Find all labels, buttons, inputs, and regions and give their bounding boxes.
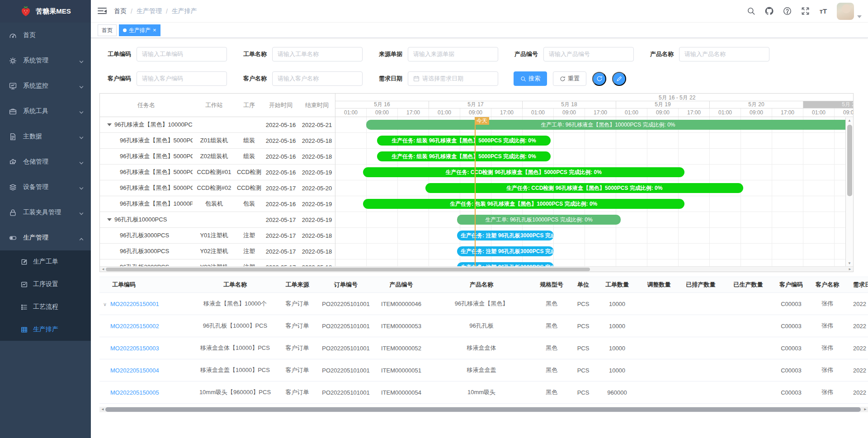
gantt-task-bar[interactable]: 生产任务: CCD检测 96孔移液盒【黑色】5000PCS 完成比例: 0% [363, 167, 684, 177]
gantt-task-row[interactable]: 96孔孔板10000PCS2022-05-172022-05-19 [100, 212, 335, 228]
gantt-task-bar[interactable]: 生产任务: 注塑 96孔孔板3000PCS 完成比例: 0% [457, 231, 554, 240]
breadcrumb-item[interactable]: 首页 [114, 7, 127, 15]
sidebar-item-4[interactable]: 主数据 [0, 124, 91, 149]
gantt-task-bar[interactable]: 生产任务: 组装 96孔移液盒【黑色】5000PCS 完成比例: 0% [377, 136, 551, 146]
input-placeholder: 请输入来源单据 [413, 50, 454, 58]
search-icon[interactable] [746, 7, 755, 16]
gantt-task-bar[interactable]: 生产任务: 组装 96孔移液盒【黑色】5000PCS 完成比例: 0% [377, 151, 551, 161]
scroll-down-icon[interactable]: ▼ [846, 261, 853, 265]
table-cell: 10000 [597, 315, 637, 337]
app-logo[interactable]: 苦糖果MES [0, 0, 91, 23]
gantt-task-row[interactable]: 96孔移液盒【黑色】5000PCSZ01组装机组装2022-05-162022-… [100, 133, 335, 149]
reset-button[interactable]: 重置 [553, 71, 586, 86]
gantt-task-row[interactable]: 96孔移液盒【黑色】10000PCS包装机包装2022-05-162022-05… [100, 196, 335, 212]
workorder-link[interactable]: MO202205150004 [110, 367, 159, 374]
gantt-order-bar[interactable]: 生产工单: 96孔移液盒【黑色】10000PCS 完成比例: 0% [366, 120, 850, 130]
avatar[interactable] [837, 3, 854, 20]
gantt-horizontal-scrollbar[interactable]: ◄ ► [100, 266, 853, 272]
sidebar-subitem-1[interactable]: 工序设置 [0, 273, 91, 296]
tab-1[interactable]: 生产排产× [119, 24, 160, 36]
scroll-up-icon[interactable]: ▲ [846, 118, 853, 122]
gantt-task-row[interactable]: 96孔移液盒【黑色】5000PCSCCD检测#01CCD检测2022-05-16… [100, 165, 335, 180]
gantt-task-bar[interactable]: 生产任务: 注塑 96孔孔板3000PCS 完成比例: 0% [457, 262, 554, 266]
text-input[interactable]: 请输入客户编码 [137, 71, 227, 86]
workorder-link[interactable]: MO202205150003 [110, 345, 159, 352]
gantt-task-name: 96孔孔板10000PCS [100, 216, 193, 224]
table-cell: 10000 [597, 337, 637, 359]
workorder-link[interactable]: MO202205150001 [110, 301, 159, 307]
gantt-task-bar[interactable]: 生产任务: 包装 96孔移液盒【黑色】10000PCS 完成比例: 0% [363, 199, 684, 209]
help-icon[interactable] [783, 7, 792, 16]
workorder-link[interactable]: MO202205150005 [110, 389, 159, 396]
topbar-left: 首页/生产管理/生产排产 [98, 7, 197, 15]
sidebar-item-label: 仓储管理 [23, 158, 79, 166]
breadcrumb-separator: / [166, 8, 168, 15]
gantt-vscroll-thumb[interactable] [847, 125, 852, 196]
sidebar-item-7[interactable]: 工装夹具管理 [0, 200, 91, 225]
gantt-task-row[interactable]: 96孔孔板3000PCSY01注塑机注塑2022-05-172022-05-18 [100, 228, 335, 244]
text-input[interactable]: 请输入工单名称 [272, 47, 363, 61]
gantt-task-row[interactable]: 96孔移液盒【黑色】5000PCSZ02组装机组装2022-05-162022-… [100, 149, 335, 165]
text-input[interactable]: 请输入客户名称 [272, 71, 363, 86]
column-header: 工单名称 [194, 277, 276, 293]
user-menu[interactable] [837, 3, 862, 20]
table-row[interactable]: MO20220515000296孔孔板【10000】PCS客户订单PO20220… [99, 315, 868, 337]
date-input[interactable]: 请选择需求日期 [408, 71, 498, 86]
gantt-task-bar[interactable]: 生产任务: 注塑 96孔孔板3000PCS 完成比例: 0% [457, 246, 554, 256]
gantt-task-row[interactable]: 96孔孔板3000PCSY03注塑机注塑2022-05-172022-05-18 [100, 259, 335, 266]
scroll-right-icon[interactable]: ► [848, 267, 852, 272]
gantt-vertical-scrollbar[interactable]: ▲ ▼ [845, 118, 853, 266]
collapse-triangle-icon[interactable] [107, 218, 112, 221]
edit-schedule-button[interactable] [612, 72, 626, 86]
sidebar-item-8[interactable]: 生产管理 [0, 225, 91, 250]
sidebar-subitem-0[interactable]: 生产工单 [0, 250, 91, 273]
table-hscroll-thumb[interactable] [105, 407, 861, 412]
table-cell [721, 293, 775, 315]
breadcrumb: 首页/生产管理/生产排产 [114, 7, 197, 15]
gantt-task-row[interactable]: 96孔移液盒【黑色】5000PCSCCD检测#02CCD检测2022-05-17… [100, 180, 335, 196]
sidebar-collapse-icon[interactable] [98, 8, 107, 14]
gantt-day-label: 5月 17 [429, 101, 523, 108]
sidebar-subitem-3[interactable]: 生产排产 [0, 318, 91, 341]
text-input[interactable]: 请输入来源单据 [408, 47, 498, 61]
expand-row-icon[interactable]: ∨ [103, 301, 110, 307]
gantt-task-bar[interactable]: 生产任务: CCD检测 96孔移液盒【黑色】5000PCS 完成比例: 0% [425, 183, 743, 193]
github-icon[interactable] [764, 7, 774, 16]
text-input[interactable]: 请输入工单编码 [137, 47, 227, 61]
edit-icon [21, 259, 28, 265]
table-row[interactable]: MO20220515000510mm吸头【960000】PCS客户订单PO202… [99, 381, 868, 404]
breadcrumb-item[interactable]: 生产管理 [137, 7, 162, 15]
table-horizontal-scrollbar[interactable]: ◄ ► [99, 407, 868, 412]
close-icon[interactable]: × [153, 27, 156, 33]
scroll-left-icon[interactable]: ◄ [101, 407, 104, 412]
collapse-triangle-icon[interactable] [107, 123, 112, 126]
scroll-right-icon[interactable]: ► [863, 407, 867, 412]
gantt-order-bar[interactable]: 生产工单: 96孔孔板10000PCS 完成比例: 0% [457, 215, 621, 225]
table-row[interactable]: MO202205150003移液盒盒体【10000】PCS客户订单PO20220… [99, 337, 868, 359]
gantt-task-row[interactable]: 96孔移液盒【黑色】10000PCS2022-05-162022-05-21 [100, 117, 335, 133]
fullscreen-icon[interactable] [801, 7, 810, 16]
refresh-gantt-button[interactable] [592, 72, 606, 86]
sidebar-item-6[interactable]: 设备管理 [0, 174, 91, 200]
sidebar-item-0[interactable]: 首页 [0, 23, 91, 48]
search-button[interactable]: 搜索 [514, 71, 547, 86]
font-size-icon[interactable]: тT [819, 7, 828, 16]
gantt-hscroll-thumb[interactable] [106, 268, 590, 271]
table-cell: 2022 [848, 293, 868, 315]
gantt-task-row[interactable]: 96孔孔板3000PCSY02注塑机注塑2022-05-172022-05-18 [100, 244, 335, 259]
table-row[interactable]: MO202205150004移液盒盒盖【10000】PCS客户订单PO20220… [99, 359, 868, 381]
text-input[interactable]: 请输入产品编号 [543, 47, 634, 61]
table-row[interactable]: ∨MO202205150001移液盒【黑色】10000个客户订单PO202205… [99, 293, 868, 315]
text-input[interactable]: 请输入产品名称 [679, 47, 769, 61]
sidebar-item-2[interactable]: 系统监控 [0, 73, 91, 99]
gear-icon [9, 57, 17, 65]
sidebar-item-5[interactable]: 仓储管理 [0, 149, 91, 174]
workorder-link[interactable]: MO202205150002 [110, 323, 159, 330]
scroll-left-icon[interactable]: ◄ [101, 267, 105, 272]
sidebar-item-3[interactable]: 系统工具 [0, 99, 91, 124]
gantt-task-name: 96孔移液盒【黑色】5000PCS [100, 137, 193, 145]
sidebar-subitem-2[interactable]: 工艺流程 [0, 296, 91, 318]
tab-0[interactable]: 首页 [98, 24, 117, 36]
table-cell: 移液盒盒盖【10000】PCS [194, 359, 276, 381]
sidebar-item-1[interactable]: 系统管理 [0, 48, 91, 73]
